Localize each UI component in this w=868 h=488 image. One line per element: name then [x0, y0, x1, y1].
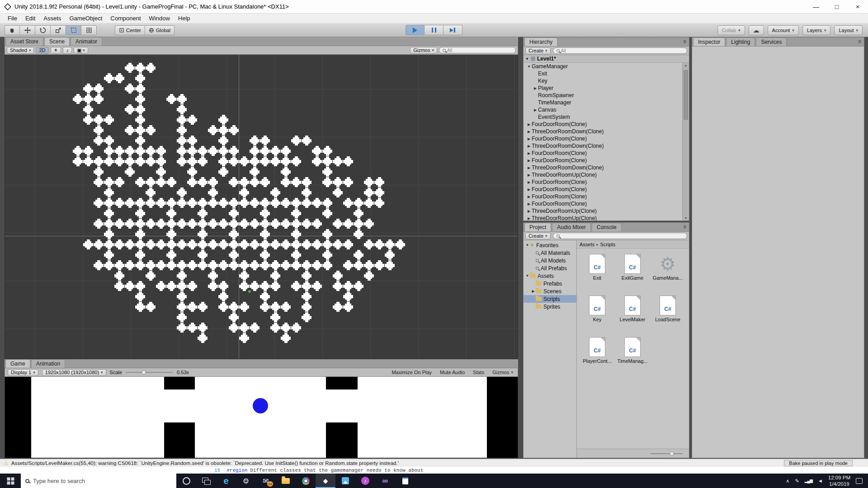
- scale-tool-button[interactable]: [51, 25, 66, 35]
- hierarchy-create-dropdown[interactable]: Create▾: [525, 47, 551, 54]
- view-tab-asset-store[interactable]: Asset Store: [5, 37, 43, 46]
- hierarchy-item-threedoorroomup-clone[interactable]: ▶ThreeDoorRoomUp(Clone): [524, 215, 682, 221]
- layers-dropdown[interactable]: Layers▾: [802, 25, 831, 35]
- scale-slider-handle[interactable]: [142, 370, 146, 375]
- expand-arrow-icon[interactable]: ▶: [526, 180, 532, 184]
- draw-mode-dropdown[interactable]: Shaded▾: [7, 47, 34, 54]
- expand-arrow-icon[interactable]: ▼: [525, 57, 529, 61]
- hierarchy-item-fourdoorroom-clone[interactable]: ▶FourDoorRoom(Clone): [524, 193, 682, 200]
- hierarchy-item-fourdoorroom-clone[interactable]: ▶FourDoorRoom(Clone): [524, 135, 682, 142]
- expand-arrow-icon[interactable]: ▶: [526, 159, 532, 163]
- hierarchy-item-threedoorroomdown-clone[interactable]: ▶ThreeDoorRoomDown(Clone): [524, 128, 682, 135]
- space-toggle-button[interactable]: Global: [145, 25, 175, 35]
- rotate-tool-button[interactable]: [35, 25, 51, 35]
- tray-expand-icon[interactable]: ∧: [786, 478, 789, 484]
- expand-arrow-icon[interactable]: ▶: [526, 151, 532, 155]
- hierarchy-item-fourdoorroom-clone[interactable]: ▶FourDoorRoom(Clone): [524, 150, 682, 157]
- toggle-2d-button[interactable]: 2D: [36, 47, 48, 54]
- edge-icon[interactable]: e: [216, 474, 236, 488]
- project-folder-favorites[interactable]: ▼★Favorites: [524, 241, 576, 249]
- project-folder-sprites[interactable]: Sprites: [524, 303, 576, 310]
- hierarchy-scrollbar[interactable]: ▲ ▼: [682, 63, 689, 221]
- panel-menu-icon[interactable]: ≡: [681, 224, 688, 231]
- asset-gamemana[interactable]: ⚙GameMana...: [650, 254, 685, 296]
- project-folder-prefabs[interactable]: Prefabs: [524, 280, 576, 287]
- hierarchy-item-player[interactable]: ▶Player: [524, 84, 682, 92]
- expand-arrow-icon[interactable]: ▶: [526, 166, 532, 170]
- scene-lighting-toggle[interactable]: ☀: [51, 47, 61, 54]
- hierarchy-item-threedoorroomup-clone[interactable]: ▶ThreeDoorRoomUp(Clone): [524, 207, 682, 215]
- asset-playercont[interactable]: C#PlayerCont...: [580, 337, 615, 379]
- chrome-icon[interactable]: [296, 474, 316, 488]
- move-tool-button[interactable]: [20, 25, 35, 35]
- menu-gameobject[interactable]: GameObject: [65, 15, 106, 22]
- panel-tab-project[interactable]: Project: [524, 223, 551, 231]
- menu-file[interactable]: File: [4, 15, 21, 22]
- pan-tool-button[interactable]: [5, 25, 20, 35]
- expand-arrow-icon[interactable]: ▼: [526, 65, 532, 69]
- expand-arrow-icon[interactable]: ▼: [525, 274, 530, 278]
- hierarchy-item-fourdoorroom-clone[interactable]: ▶FourDoorRoom(Clone): [524, 186, 682, 193]
- network-icon[interactable]: ▂▄▆: [805, 479, 812, 483]
- hierarchy-item-canvas[interactable]: ▶Canvas: [524, 106, 682, 113]
- start-button[interactable]: [0, 474, 21, 488]
- project-folder-all-prefabs[interactable]: All Prefabs: [524, 264, 576, 272]
- pause-button[interactable]: [425, 25, 443, 35]
- panel-tab-console[interactable]: Console: [592, 223, 622, 231]
- hierarchy-search-input[interactable]: All: [553, 47, 687, 54]
- expand-arrow-icon[interactable]: ▶: [526, 130, 532, 134]
- asset-timemanag[interactable]: C#TimeManag...: [615, 337, 650, 379]
- collab-dropdown[interactable]: Collab▾: [717, 25, 745, 35]
- pen-icon[interactable]: ✎: [795, 478, 799, 484]
- expand-arrow-icon[interactable]: ▶: [526, 122, 532, 127]
- menu-assets[interactable]: Assets: [39, 15, 65, 22]
- account-dropdown[interactable]: Account▾: [768, 25, 799, 35]
- scene-viewport[interactable]: [5, 55, 518, 359]
- game-button-gizmos[interactable]: Gizmos▾: [491, 370, 515, 375]
- expand-arrow-icon[interactable]: ▼: [525, 243, 530, 247]
- hierarchy-item-fourdoorroom-clone[interactable]: ▶FourDoorRoom(Clone): [524, 178, 682, 186]
- settings-icon[interactable]: ⚙: [236, 474, 256, 488]
- hierarchy-item-roomspawner[interactable]: RoomSpawner: [524, 92, 682, 99]
- view-tab-animation[interactable]: Animation: [31, 359, 65, 368]
- scene-header-row[interactable]: ▼ Level1*: [524, 55, 689, 63]
- volume-icon[interactable]: ◄: [818, 478, 823, 483]
- taskbar-search-input[interactable]: Type here to search: [21, 474, 176, 488]
- display-dropdown[interactable]: Display 1▾: [8, 369, 38, 376]
- expand-arrow-icon[interactable]: ▶: [533, 108, 538, 112]
- asset-loadscene[interactable]: C#LoadScene: [650, 296, 685, 337]
- breadcrumb-assets[interactable]: Assets: [580, 242, 594, 247]
- scene-audio-toggle[interactable]: ♪: [63, 47, 72, 54]
- project-folder-all-models[interactable]: All Models: [524, 257, 576, 264]
- action-center-icon[interactable]: [856, 478, 863, 484]
- step-button[interactable]: [443, 25, 462, 35]
- hierarchy-item-threedoorroomup-clone[interactable]: ▶ThreeDoorRoomUp(Clone): [524, 171, 682, 178]
- menu-edit[interactable]: Edit: [21, 15, 39, 22]
- rect-tool-button[interactable]: [66, 25, 81, 35]
- console-status-message[interactable]: Assets/Scripts/LevelMaker.cs(55,40): war…: [11, 460, 782, 466]
- panel-tab-inspector[interactable]: Inspector: [693, 38, 725, 46]
- expand-arrow-icon[interactable]: ▶: [526, 202, 532, 206]
- view-tab-scene[interactable]: Scene: [44, 37, 70, 46]
- project-folder-scripts[interactable]: Scripts: [524, 295, 576, 303]
- resolution-dropdown[interactable]: 868x488 (868x488)▾: [42, 369, 106, 376]
- hierarchy-item-exit[interactable]: Exit: [524, 70, 682, 77]
- expand-arrow-icon[interactable]: ▶: [531, 289, 536, 293]
- close-button[interactable]: ×: [847, 0, 868, 13]
- expand-arrow-icon[interactable]: ▶: [533, 86, 538, 90]
- hierarchy-item-fourdoorroom-clone[interactable]: ▶FourDoorRoom(Clone): [524, 157, 682, 164]
- expand-arrow-icon[interactable]: ▶: [526, 209, 532, 213]
- menu-component[interactable]: Component: [106, 15, 145, 22]
- scene-effects-dropdown[interactable]: ▣▾: [74, 47, 88, 54]
- project-create-dropdown[interactable]: Create▾: [525, 233, 551, 239]
- game-button-stats[interactable]: Stats: [471, 370, 486, 375]
- panel-menu-icon[interactable]: ≡: [856, 38, 863, 46]
- play-button[interactable]: [406, 25, 425, 35]
- game-button-mute-audio[interactable]: Mute Audio: [438, 370, 467, 375]
- hierarchy-item-key[interactable]: Key: [524, 77, 682, 84]
- photos-icon[interactable]: [335, 474, 355, 488]
- panel-tab-audio-mixer[interactable]: Audio Mixer: [552, 223, 590, 231]
- asset-levelmaker[interactable]: C#LevelMaker: [615, 296, 650, 337]
- expand-arrow-icon[interactable]: ▶: [526, 173, 532, 177]
- minimize-button[interactable]: —: [806, 0, 826, 13]
